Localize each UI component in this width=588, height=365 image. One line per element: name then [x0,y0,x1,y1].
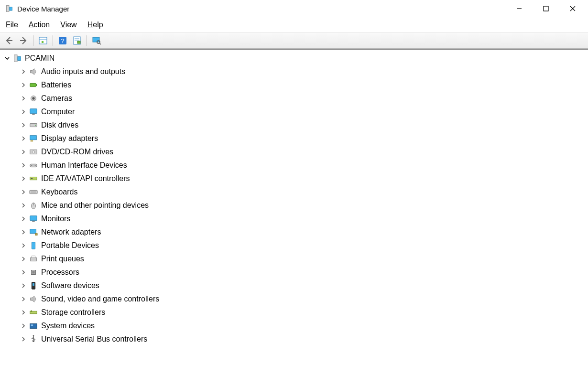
chevron-right-icon[interactable] [20,202,27,209]
tree-item[interactable]: Audio inputs and outputs [3,65,588,78]
titlebar: Device Manager [0,0,588,17]
menu-file[interactable]: File [6,21,18,29]
tree-item[interactable]: Cameras [3,92,588,105]
monitor-icon [29,107,38,117]
app-icon [5,4,13,13]
chevron-right-icon[interactable] [20,215,27,222]
tree-item-label: Keyboards [41,188,78,196]
chevron-right-icon[interactable] [20,242,27,249]
tree-item-label: Monitors [41,215,70,223]
chevron-right-icon[interactable] [20,282,27,289]
tree-item[interactable]: Display adapters [3,132,588,145]
tree-item[interactable]: IDE ATA/ATAPI controllers [3,172,588,185]
tree-item-label: System devices [41,322,95,330]
toolbar-separator [87,35,87,46]
speaker-icon [29,294,38,304]
help-button[interactable] [56,34,69,47]
tree-item-label: Software devices [41,281,99,290]
tree-item-label: Universal Serial Bus controllers [41,335,147,344]
tree-item-label: Batteries [41,81,71,89]
menu-bar: File Action View Help [0,17,588,32]
chevron-right-icon[interactable] [20,269,27,276]
speaker-icon [29,67,38,76]
chevron-right-icon[interactable] [20,149,27,155]
back-button[interactable] [3,34,15,47]
properties-button[interactable] [71,34,83,47]
chevron-right-icon[interactable] [20,189,27,195]
menu-help[interactable]: Help [87,21,103,29]
tree-item[interactable]: Sound, video and game controllers [3,292,588,306]
tree-item[interactable]: Software devices [3,279,588,292]
menu-action[interactable]: Action [29,21,50,29]
tree-item-label: Mice and other pointing devices [41,201,149,210]
window-title: Device Manager [17,5,69,13]
tree-item-label: Portable Devices [41,241,99,250]
tree-item-label: Processors [41,268,79,277]
tree-root[interactable]: PCAMIN [3,52,588,65]
chevron-right-icon[interactable] [20,108,27,115]
tree-item[interactable]: Print queues [3,252,588,266]
chevron-right-icon[interactable] [20,322,27,329]
storage-icon [29,308,38,317]
portable-icon [29,241,38,250]
usb-icon [29,334,38,344]
tree-item[interactable]: Keyboards [3,185,588,199]
tree-item[interactable]: Processors [3,266,588,279]
toolbar-separator [53,35,53,46]
tree-item[interactable]: Disk drives [3,118,588,132]
mouse-icon [29,201,38,210]
tree-item-label: Computer [41,107,75,116]
tree-item-label: Print queues [41,255,84,263]
maximize-button[interactable] [533,1,559,16]
tree-item[interactable]: Universal Serial Bus controllers [3,333,588,346]
menu-view[interactable]: View [60,21,76,29]
chevron-right-icon[interactable] [20,256,27,262]
tree-item[interactable]: Human Interface Devices [3,159,588,172]
close-button[interactable] [559,1,586,16]
camera-icon [29,94,38,103]
tree-item[interactable]: Batteries [3,78,588,92]
chevron-right-icon[interactable] [20,309,27,316]
chevron-down-icon[interactable] [4,55,11,62]
hid-icon [29,161,38,170]
tree-item-label: Audio inputs and outputs [41,67,125,76]
tree-item[interactable]: Network adapters [3,225,588,239]
chevron-right-icon[interactable] [20,229,27,236]
tree-item[interactable]: Storage controllers [3,306,588,319]
chevron-right-icon[interactable] [20,175,27,182]
network-icon [29,227,38,237]
printer-icon [29,254,38,264]
tree-item-label: Sound, video and game controllers [41,295,159,303]
tree-item-label: DVD/CD-ROM drives [41,148,113,156]
battery-icon [29,80,38,90]
tree-root-label: PCAMIN [25,54,54,63]
forward-button[interactable] [17,34,30,47]
tree-item-label: Cameras [41,94,72,103]
tree-item[interactable]: DVD/CD-ROM drives [3,145,588,159]
ide-icon [29,174,38,183]
chevron-right-icon[interactable] [20,95,27,102]
minimize-button[interactable] [506,1,533,16]
scan-hardware-button[interactable] [90,34,103,47]
tree-item[interactable]: Mice and other pointing devices [3,199,588,212]
svg-rect-51 [544,6,548,11]
tree-item[interactable]: Monitors [3,212,588,225]
chevron-right-icon[interactable] [20,296,27,302]
tree-item-label: Human Interface Devices [41,161,127,170]
keyboard-icon [29,187,38,197]
tree-item-label: Disk drives [41,121,78,129]
tree-item[interactable]: Portable Devices [3,239,588,252]
chevron-right-icon[interactable] [20,162,27,169]
show-hidden-button[interactable] [37,34,49,47]
chevron-right-icon[interactable] [20,122,27,129]
device-tree[interactable]: PCAMIN Audio inputs and outputs Batterie… [0,49,588,365]
tree-item[interactable]: Computer [3,105,588,118]
chevron-right-icon[interactable] [20,336,27,343]
computer-icon [12,54,22,63]
dvd-icon [29,147,38,157]
tree-item[interactable]: System devices [3,319,588,333]
tree-item-label: IDE ATA/ATAPI controllers [41,174,130,183]
chevron-right-icon[interactable] [20,82,27,88]
chevron-right-icon[interactable] [20,68,27,75]
chevron-right-icon[interactable] [20,135,27,142]
